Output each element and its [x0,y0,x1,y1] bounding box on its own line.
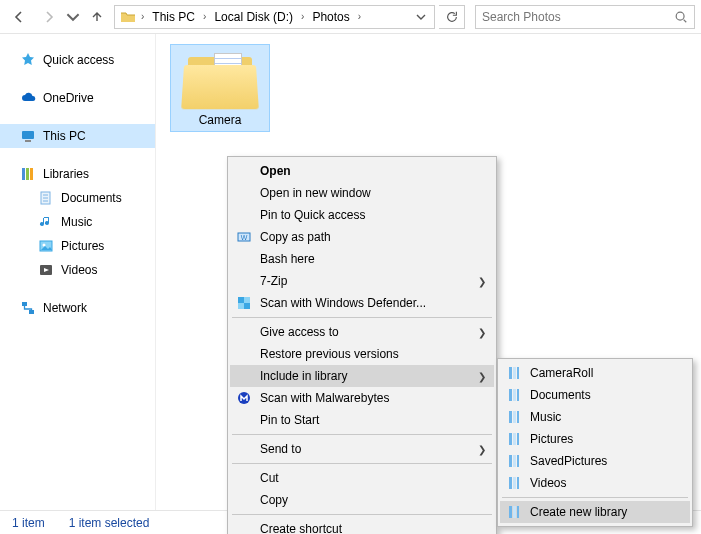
menu-item-scan-with-malwarebytes[interactable]: Scan with Malwarebytes [230,387,494,409]
svg-rect-19 [509,367,512,379]
menu-separator [502,497,688,498]
svg-rect-38 [513,506,516,518]
svg-rect-39 [517,506,519,518]
sidebar-item-label: Videos [61,263,97,277]
menu-item-label: Pictures [530,432,573,446]
star-icon [20,52,36,68]
menu-item-bash-here[interactable]: Bash here [230,248,494,270]
submenu-item-create-new-library[interactable]: Create new library [500,501,690,523]
svg-rect-10 [22,302,27,306]
navigation-pane: Quick access OneDrive This PC Libraries [0,34,156,510]
svg-rect-25 [509,411,512,423]
menu-item-send-to[interactable]: Send to❯ [230,438,494,460]
svg-rect-20 [513,367,516,379]
menu-item-copy[interactable]: Copy [230,489,494,511]
menu-item-open-in-new-window[interactable]: Open in new window [230,182,494,204]
submenu-item-savedpictures[interactable]: SavedPictures [500,450,690,472]
svg-rect-3 [22,168,25,180]
svg-rect-27 [517,411,519,423]
chevron-right-icon: › [201,11,208,22]
menu-item-pin-to-quick-access[interactable]: Pin to Quick access [230,204,494,226]
sidebar-item-libraries[interactable]: Libraries [0,162,155,186]
sidebar-item-onedrive[interactable]: OneDrive [0,86,155,110]
sidebar-item-music[interactable]: Music [0,210,155,234]
crumb-this-pc[interactable]: This PC [148,10,199,24]
svg-rect-16 [238,303,244,309]
sidebar-item-network[interactable]: Network [0,296,155,320]
library-icon [506,387,522,403]
menu-item-label: Open [260,164,291,178]
menu-item-cut[interactable]: Cut [230,467,494,489]
malwarebytes-icon [236,390,252,406]
submenu-item-music[interactable]: Music [500,406,690,428]
sidebar-item-quick-access[interactable]: Quick access [0,48,155,72]
crumb-photos[interactable]: Photos [308,10,353,24]
menu-item-restore-previous-versions[interactable]: Restore previous versions [230,343,494,365]
svg-rect-26 [513,411,516,423]
svg-rect-17 [244,303,250,309]
sidebar-item-pictures[interactable]: Pictures [0,234,155,258]
library-icon [506,365,522,381]
menu-item-label: Copy [260,493,288,507]
menu-item-label: SavedPictures [530,454,607,468]
sidebar-item-this-pc[interactable]: This PC [0,124,155,148]
menu-item-give-access-to[interactable]: Give access to❯ [230,321,494,343]
address-bar[interactable]: › This PC › Local Disk (D:) › Photos › [114,5,435,29]
submenu-item-documents[interactable]: Documents [500,384,690,406]
cloud-icon [20,90,36,106]
menu-item-label: Give access to [260,325,339,339]
menu-separator [232,514,492,515]
refresh-button[interactable] [439,5,465,29]
menu-item-label: Create new library [530,505,627,519]
menu-item-label: 7-Zip [260,274,287,288]
sidebar-item-documents[interactable]: Documents [0,186,155,210]
back-button[interactable] [6,4,32,30]
menu-item-create-shortcut[interactable]: Create shortcut [230,518,494,534]
menu-item-include-in-library[interactable]: Include in library❯ [230,365,494,387]
svg-rect-2 [25,140,31,142]
defender-icon [236,295,252,311]
svg-point-0 [676,12,684,20]
library-icon [506,431,522,447]
forward-button[interactable] [36,4,62,30]
svg-rect-28 [509,433,512,445]
menu-separator [232,463,492,464]
address-dropdown-button[interactable] [412,12,430,22]
recent-locations-button[interactable] [66,4,80,30]
videos-icon [38,262,54,278]
chevron-right-icon: › [356,11,363,22]
menu-item-label: Scan with Malwarebytes [260,391,389,405]
menu-item-open[interactable]: Open [230,160,494,182]
sidebar-item-videos[interactable]: Videos [0,258,155,282]
menu-item-label: Pin to Start [260,413,319,427]
context-submenu-include-in-library: CameraRollDocumentsMusicPicturesSavedPic… [497,358,693,527]
menu-item-pin-to-start[interactable]: Pin to Start [230,409,494,431]
sidebar-item-label: OneDrive [43,91,94,105]
menu-item-label: Restore previous versions [260,347,399,361]
svg-text:W: W [241,234,248,241]
folder-item-camera[interactable]: Camera [170,44,270,132]
submenu-item-pictures[interactable]: Pictures [500,428,690,450]
chevron-right-icon: ❯ [478,327,486,338]
crumb-local-disk-d[interactable]: Local Disk (D:) [210,10,297,24]
svg-rect-35 [513,477,516,489]
svg-rect-5 [30,168,33,180]
menu-item-label: Copy as path [260,230,331,244]
submenu-item-videos[interactable]: Videos [500,472,690,494]
sidebar-item-label: Pictures [61,239,104,253]
svg-rect-36 [517,477,519,489]
menu-item-scan-with-windows-defender[interactable]: Scan with Windows Defender... [230,292,494,314]
svg-rect-31 [509,455,512,467]
chevron-right-icon: › [299,11,306,22]
context-menu: OpenOpen in new windowPin to Quick acces… [227,156,497,534]
menu-item-7-zip[interactable]: 7-Zip❯ [230,270,494,292]
menu-item-copy-as-path[interactable]: WCopy as path [230,226,494,248]
search-input[interactable]: Search Photos [475,5,695,29]
computer-icon [20,128,36,144]
submenu-item-cameraroll[interactable]: CameraRoll [500,362,690,384]
up-button[interactable] [84,4,110,30]
menu-separator [232,434,492,435]
status-item-count: 1 item [12,516,45,530]
svg-rect-23 [513,389,516,401]
search-icon [674,10,688,24]
